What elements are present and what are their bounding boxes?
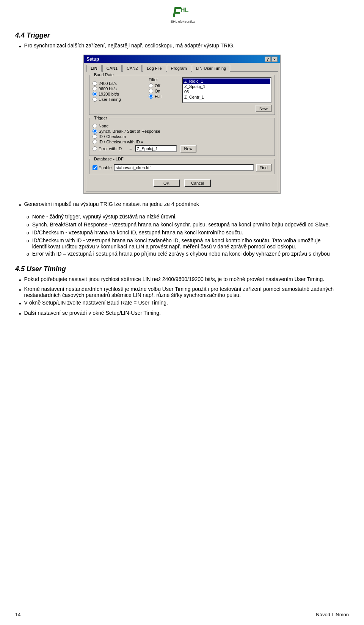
title-buttons: ? × [265, 57, 278, 62]
filter-item-z-spoluj[interactable]: Z_Spoluj_1 [183, 84, 270, 89]
help-button[interactable]: ? [265, 57, 271, 62]
trigger-none-row: None [93, 124, 271, 128]
filter-label: Filter [149, 77, 179, 82]
trig-bullet-1: Generování impulsů na výstupu TRIG lze n… [24, 201, 199, 209]
doc-name: Návod LINmon [316, 612, 349, 617]
svg-text:EHL elektronika: EHL elektronika [171, 20, 195, 24]
filter-full-radio[interactable] [149, 94, 153, 99]
baud-19200-radio[interactable] [93, 92, 97, 96]
find-button[interactable]: Find [256, 164, 271, 171]
svg-text:HL: HL [180, 7, 189, 13]
cancel-button[interactable]: Cancel [184, 179, 211, 187]
trig-sub-list: None - žádný trigger, vypnutý výstup zůs… [27, 214, 349, 258]
trig-sub-1: None - žádný trigger, vypnutý výstup zůs… [32, 214, 177, 220]
trigger-error-radio[interactable] [93, 146, 97, 151]
filter-off-radio[interactable] [149, 83, 153, 88]
section-4-5: 4.5 User Timing Pokud potřebujete nastav… [15, 265, 349, 318]
close-button[interactable]: × [271, 57, 278, 62]
filter-off-row: Off [149, 83, 179, 88]
tab-can1[interactable]: CAN1 [102, 65, 122, 72]
baud-rate-section: Baud Rate 2400 bit/s 9600 bit/s [93, 77, 146, 112]
dialog-tabs: LIN CAN1 CAN2 Log File Program LIN-User … [84, 63, 280, 71]
filter-full-label: Full [155, 94, 162, 99]
trig-sub-4: ID/Checksum with ID - vzestupná hrana na… [32, 237, 349, 250]
logo-area: F HL EHL elektronika [0, 0, 364, 28]
ehl-logo: F HL EHL elektronika [167, 4, 197, 25]
trig-sub-5: Error with ID – vzestupná i sestupná hra… [32, 251, 330, 258]
dialog-container: Setup ? × LIN CAN1 CAN2 Log File Program… [15, 55, 349, 194]
trigger-error-row: Error with ID = New [93, 145, 271, 152]
baud-user-row: User Timing [93, 97, 146, 102]
enable-checkbox-label: Enable [93, 165, 111, 170]
trigger-equals: = [129, 146, 132, 151]
section5-bullet-list: Pokud potřebujete nastavit jinou rychlos… [19, 276, 349, 318]
page-number: 14 [15, 612, 20, 617]
ldf-file-input[interactable] [114, 164, 253, 171]
trigger-synch-radio[interactable] [93, 129, 97, 133]
baud-filter-group: Baud Rate 2400 bit/s 9600 bit/s [89, 75, 275, 115]
trigger-id-input[interactable] [135, 145, 177, 152]
trigger-synch-row: Synch. Break / Start of Response [93, 129, 271, 133]
filter-section: Filter Off On Full [149, 77, 179, 112]
trigger-id-checksum-with-id-radio[interactable] [93, 140, 97, 144]
tab-program[interactable]: Program [167, 65, 191, 72]
filter-off-label: Off [155, 83, 160, 88]
trigger-none-radio[interactable] [93, 124, 97, 128]
trigger-new-button[interactable]: New [180, 145, 196, 152]
baud-user-radio[interactable] [93, 97, 97, 102]
tab-lin-user-timing[interactable]: LIN-User Timing [192, 65, 230, 72]
baud-9600-radio[interactable] [93, 86, 97, 91]
filter-on-radio[interactable] [149, 89, 153, 93]
baud-2400-label: 2400 bit/s [99, 81, 117, 86]
dialog-body: Baud Rate 2400 bit/s 9600 bit/s [86, 71, 278, 192]
enable-checkbox[interactable] [93, 165, 97, 170]
dialog-titlebar: Setup ? × [84, 55, 280, 63]
tab-lin[interactable]: LIN [86, 65, 102, 72]
trig-sub-2: Synch. Break/Start of Response - vzestup… [32, 221, 330, 228]
filter-full-row: Full [149, 94, 179, 99]
baud-filter-row: Baud Rate 2400 bit/s 9600 bit/s [93, 77, 271, 112]
section-4-4-heading: 4.4 Trigger [15, 31, 349, 39]
trig-sub-3: ID/Checksum - vzestupná hrana na konci I… [32, 229, 243, 236]
database-label: Database - LDF [93, 157, 125, 161]
trigger-id-checksum-radio[interactable] [93, 134, 97, 139]
section5-bullet-4: Další nastavení se provádí v okně Setup/… [24, 310, 161, 318]
filter-list-section: Z_Ridic_1 Z_Spoluj_1 06 Z_Centr_1 New [182, 77, 271, 112]
trigger-group: Trigger None Synch. Break / Start of Res… [89, 118, 275, 156]
trigger-synch-label: Synch. Break / Start of Response [99, 129, 160, 133]
svg-text:F: F [173, 5, 181, 20]
section5-bullet-3: V okně Setup/LIN zvolte nastavení Baud R… [24, 300, 168, 308]
filter-item-z-centr[interactable]: Z_Centr_1 [183, 94, 270, 100]
tab-can2[interactable]: CAN2 [122, 65, 142, 72]
baud-2400-row: 2400 bit/s [93, 81, 146, 86]
tab-logfile[interactable]: Log File [143, 65, 166, 72]
baud-user-label: User Timing [99, 97, 121, 102]
filter-on-row: On [149, 89, 179, 93]
baud-9600-row: 9600 bit/s [93, 86, 146, 91]
baud-rate-label: Baud Rate [93, 72, 115, 77]
ok-button[interactable]: OK [153, 179, 180, 187]
intro-bullet-1: Pro synchronizaci dalších zařízení, nejč… [24, 42, 235, 51]
dialog-footer: OK Cancel [89, 177, 275, 188]
database-group: Database - LDF Enable Find [89, 159, 275, 174]
filter-on-label: On [155, 89, 160, 93]
trigger-id-checksum-row: ID / Checksum [93, 134, 271, 139]
trigger-id-checksum-label: ID / Checksum [99, 134, 126, 139]
dialog-title: Setup [86, 57, 99, 62]
trig-bullet-list: Generování impulsů na výstupu TRIG lze n… [19, 201, 349, 209]
trigger-label: Trigger [93, 116, 108, 120]
filter-listbox[interactable]: Z_Ridic_1 Z_Spoluj_1 06 Z_Centr_1 [182, 77, 271, 103]
database-row: Enable Find [93, 164, 271, 171]
intro-bullet-list: Pro synchronizaci dalších zařízení, nejč… [19, 42, 349, 51]
trigger-id-checksum-with-id-row: ID / Checksum with ID = [93, 140, 271, 144]
filter-item-z-ridic[interactable]: Z_Ridic_1 [183, 79, 270, 84]
baud-2400-radio[interactable] [93, 81, 97, 86]
filter-new-button[interactable]: New [256, 105, 271, 112]
trigger-none-label: None [99, 124, 108, 128]
baud-9600-label: 9600 bit/s [99, 86, 117, 91]
setup-dialog: Setup ? × LIN CAN1 CAN2 Log File Program… [83, 55, 281, 194]
baud-19200-row: 19200 bit/s [93, 92, 146, 96]
filter-item-06[interactable]: 06 [183, 89, 270, 94]
trigger-id-checksum-with-id-label: ID / Checksum with ID = [99, 140, 143, 144]
section-4-5-heading: 4.5 User Timing [15, 265, 349, 273]
